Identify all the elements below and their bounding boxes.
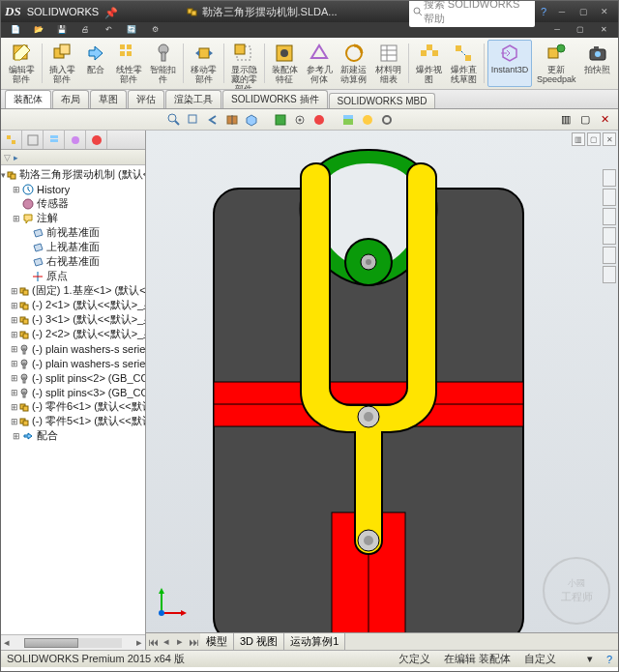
btab-first-icon[interactable]: ⏮ — [146, 636, 160, 648]
render-icon[interactable] — [360, 112, 375, 128]
tree-expand-icon[interactable]: ▸ — [14, 153, 18, 162]
ribbon-move-comp[interactable]: 移动零 部件 — [187, 40, 221, 87]
section-icon[interactable] — [224, 112, 240, 128]
btab-0[interactable]: 模型 — [200, 633, 234, 650]
tree-item[interactable]: ⊞(-) 零件5<1> (默认<<默认> — [1, 414, 145, 428]
ribbon-new-motion[interactable]: 新建运 动算例 — [338, 40, 371, 87]
display-style-icon[interactable] — [273, 112, 288, 128]
tree-item-label: History — [37, 184, 70, 195]
tree-item[interactable]: ⊞注解 — [1, 211, 145, 225]
close-button[interactable]: ✕ — [595, 5, 614, 18]
cascade-icon[interactable]: ▢ — [577, 112, 593, 128]
tree-item[interactable]: ⊞(-) split pins<3> (GB_CON — [1, 385, 145, 399]
pin-icon[interactable]: 📌 — [104, 7, 114, 16]
zoom-fit-icon[interactable] — [166, 112, 182, 128]
tab-5[interactable]: SOLIDWORKS 插件 — [222, 90, 328, 108]
save-icon[interactable]: 💾 — [51, 22, 73, 36]
undo-icon[interactable]: ↶ — [98, 22, 119, 36]
config-tab[interactable] — [44, 131, 65, 149]
status-arrow-icon[interactable]: ▾ — [587, 653, 593, 665]
btab-2[interactable]: 运动算例1 — [284, 633, 345, 650]
minimize-button[interactable]: ─ — [552, 5, 572, 18]
ribbon-insert-comp[interactable]: 插入零 部件 — [45, 40, 79, 87]
tree-item[interactable]: ⊞(-) plain washers-s series-g — [1, 356, 145, 370]
doc-close-icon[interactable]: ✕ — [593, 22, 614, 36]
tree-hist-icon — [21, 184, 35, 195]
tab-3[interactable]: 评估 — [128, 90, 164, 108]
tree-item[interactable]: 右视基准面 — [1, 254, 145, 269]
tree-item[interactable]: ⊞(-) 2<2> (默认<<默认>_显示 — [1, 327, 145, 341]
tree-item[interactable]: ⊞History — [1, 182, 145, 196]
view-orient-icon[interactable] — [244, 112, 259, 128]
ribbon-edit-comp[interactable]: 编辑零 部件 — [5, 40, 39, 87]
tree-item[interactable]: ⊞(-) split pins<2> (GB_CON — [1, 370, 145, 385]
doc-min-icon[interactable]: ─ — [546, 22, 568, 36]
tree-item-label: (-) split pins<3> (GB_CON — [32, 387, 145, 398]
tab-4[interactable]: 渲染工具 — [165, 90, 221, 108]
ribbon-show-hid[interactable]: 显示隐 藏的零 部件 — [227, 40, 261, 87]
tree-item[interactable]: ⊞(-) 零件6<1> (默认<<默认> — [1, 399, 145, 414]
3d-viewport[interactable]: ▥ ▢ ✕ — [146, 131, 618, 650]
tree-item[interactable]: ⊞(-) plain washers-s series-g — [1, 341, 145, 356]
doc-close2-icon[interactable]: ✕ — [597, 112, 612, 128]
feature-tab[interactable] — [1, 131, 22, 149]
tree-item[interactable]: 传感器 — [1, 196, 145, 211]
tree-item[interactable]: ⊞(固定) 1.基座<1> (默认<<默 — [1, 283, 145, 298]
help-icon[interactable]: ? — [541, 6, 546, 17]
tab-6[interactable]: SOLIDWORKS MBD — [329, 93, 436, 108]
ribbon-asm-feat[interactable]: 装配体 特征 — [268, 40, 302, 87]
expl-line-icon — [453, 43, 474, 64]
new-icon[interactable]: 📄 — [5, 22, 26, 36]
maximize-button[interactable]: ▢ — [574, 5, 593, 18]
appearance-icon[interactable] — [311, 112, 327, 128]
tree-hscroll[interactable]: ◂ ▸ — [1, 634, 145, 650]
dimxpert-tab[interactable] — [65, 131, 86, 149]
doc-max-icon[interactable]: ▢ — [570, 22, 591, 36]
property-tab[interactable] — [22, 131, 44, 149]
tile-icon[interactable]: ▥ — [558, 112, 574, 128]
display-tab[interactable] — [86, 131, 107, 149]
btab-prev-icon[interactable]: ◂ — [160, 635, 173, 648]
ribbon-snapshot[interactable]: 拍快照 — [580, 40, 614, 87]
tree-root[interactable]: ▾勒洛三角形摆动机制 (默认<默 — [1, 167, 145, 182]
options-icon[interactable]: ⚙ — [144, 22, 165, 36]
ribbon-mate[interactable]: 配合 — [80, 40, 111, 87]
scroll-thumb[interactable] — [24, 638, 78, 648]
ribbon-speedpak[interactable]: 更新 Speedpak — [533, 40, 579, 87]
tree-item[interactable]: 上视基准面 — [1, 240, 145, 254]
tree-filter-icon[interactable]: ▽ — [4, 153, 11, 162]
tree-item[interactable]: 前视基准面 — [1, 225, 145, 240]
ribbon-ref-geom[interactable]: 参考几 何体 — [303, 40, 337, 87]
btab-next-icon[interactable]: ▸ — [173, 635, 187, 648]
ribbon-explode[interactable]: 爆炸视 图 — [412, 40, 446, 87]
ribbon-linear-pat[interactable]: 线性零 部件 — [112, 40, 146, 87]
rebuild-icon[interactable]: 🔄 — [121, 22, 142, 36]
tree-item[interactable]: ⊞(-) 3<1> (默认<<默认>_显示 — [1, 312, 145, 327]
open-icon[interactable]: 📂 — [28, 22, 49, 36]
btab-last-icon[interactable]: ⏭ — [187, 636, 200, 648]
tab-2[interactable]: 草图 — [90, 90, 127, 108]
ribbon-expl-line[interactable]: 爆炸直 线草图 — [447, 40, 481, 87]
tree-item[interactable]: ⊞(-) 2<1> (默认<<默认>_显示 — [1, 298, 145, 312]
ribbon-smart-fast[interactable]: 智能扣 件 — [146, 40, 180, 87]
zoom-area-icon[interactable] — [186, 112, 201, 128]
view-triad[interactable] — [154, 586, 189, 621]
tab-1[interactable]: 布局 — [52, 90, 89, 108]
feature-tree[interactable]: ▾勒洛三角形摆动机制 (默认<默⊞History传感器⊞注解前视基准面上视基准面… — [1, 165, 145, 634]
explode-icon — [419, 43, 440, 64]
ribbon-instant3d[interactable]: Instant3D — [487, 40, 532, 87]
tree-ann-icon — [21, 213, 35, 224]
tree-item[interactable]: ⊞配合 — [1, 428, 145, 443]
tree-item[interactable]: 原点 — [1, 269, 145, 283]
settings-icon[interactable] — [379, 112, 395, 128]
print-icon[interactable]: 🖨 — [74, 22, 96, 36]
hide-show-icon[interactable] — [292, 112, 308, 128]
ribbon-bom[interactable]: 材料明 细表 — [371, 40, 405, 87]
status-help-icon[interactable]: ? — [606, 654, 612, 665]
btab-1[interactable]: 3D 视图 — [234, 633, 284, 650]
tab-0[interactable]: 装配体 — [5, 90, 51, 108]
linear-pat-icon — [118, 43, 139, 64]
prev-view-icon[interactable] — [205, 112, 221, 128]
scene-icon[interactable] — [340, 112, 356, 128]
svg-point-91 — [364, 536, 373, 545]
